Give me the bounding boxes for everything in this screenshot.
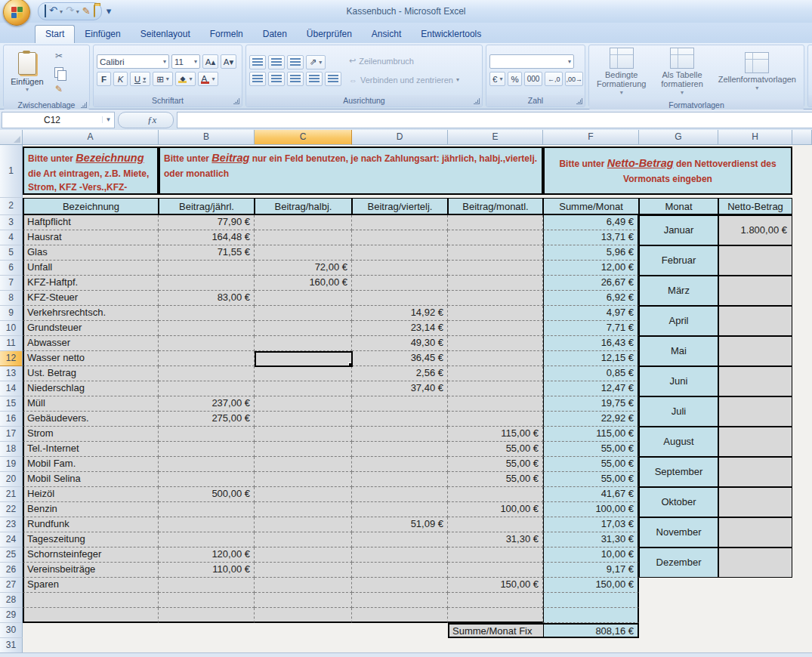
cell-E27[interactable]: 150,00 € bbox=[448, 578, 543, 593]
row-header-14[interactable]: 14 bbox=[0, 381, 23, 396]
table-header-2[interactable]: Beitrag/jährl. bbox=[159, 198, 255, 215]
month-cell-märz[interactable]: März bbox=[639, 276, 718, 306]
cell-F22[interactable]: 100,00 € bbox=[543, 502, 639, 517]
cell-E29[interactable] bbox=[448, 608, 543, 623]
cell-D29[interactable] bbox=[352, 608, 448, 623]
row-header-12[interactable]: 12 bbox=[0, 351, 23, 366]
tab-seitenlayout[interactable]: Seitenlayout bbox=[131, 26, 200, 43]
italic-button[interactable]: K bbox=[113, 72, 128, 86]
cell-C3[interactable] bbox=[255, 215, 352, 230]
cell-A9[interactable]: Verkehrsrechtsch. bbox=[23, 306, 159, 321]
row-header-3[interactable]: 3 bbox=[0, 215, 23, 230]
row-header-24[interactable]: 24 bbox=[0, 532, 23, 548]
accounting-format-button[interactable]: €▾ bbox=[489, 72, 505, 86]
cell-F11[interactable]: 16,43 € bbox=[543, 336, 639, 351]
row-header-6[interactable]: 6 bbox=[0, 261, 23, 276]
comma-style-button[interactable]: 000 bbox=[524, 72, 543, 86]
netto-cell-juli[interactable] bbox=[718, 396, 792, 427]
cell-A20[interactable]: Mobil Selina bbox=[23, 472, 159, 487]
cell-F10[interactable]: 7,71 € bbox=[543, 321, 639, 336]
increase-indent-button[interactable] bbox=[325, 72, 341, 86]
cell-C28[interactable] bbox=[255, 593, 352, 608]
copy-button[interactable] bbox=[51, 65, 67, 80]
align-top-button[interactable] bbox=[249, 55, 266, 69]
row-header-29[interactable]: 29 bbox=[0, 608, 23, 623]
decrease-decimal-button[interactable]: ,00→ bbox=[565, 72, 583, 86]
percent-style-button[interactable]: % bbox=[508, 72, 521, 86]
cell-A17[interactable]: Strom bbox=[23, 427, 159, 442]
cell-F18[interactable]: 55,00 € bbox=[543, 442, 639, 457]
cell-B5[interactable]: 71,55 € bbox=[159, 245, 255, 261]
table-header-8[interactable]: Netto-Betrag bbox=[718, 198, 792, 215]
table-header-5[interactable]: Beitrag/monatl. bbox=[448, 198, 543, 215]
row-header-15[interactable]: 15 bbox=[0, 396, 23, 412]
netto-cell-mai[interactable] bbox=[718, 336, 792, 366]
number-dialog-launcher[interactable] bbox=[576, 98, 582, 104]
row-header-31[interactable]: 31 bbox=[0, 638, 23, 653]
cell-F29[interactable] bbox=[543, 608, 639, 623]
row-header-25[interactable]: 25 bbox=[0, 548, 23, 563]
netto-cell-april[interactable] bbox=[718, 306, 792, 336]
row-header-5[interactable]: 5 bbox=[0, 245, 23, 261]
cell-C20[interactable] bbox=[255, 472, 352, 487]
month-cell-november[interactable]: November bbox=[639, 517, 718, 548]
cell-F15[interactable]: 19,75 € bbox=[543, 396, 639, 412]
cell-D10[interactable]: 23,14 € bbox=[352, 321, 448, 336]
netto-cell-august[interactable] bbox=[718, 427, 792, 457]
cell-F4[interactable]: 13,71 € bbox=[543, 230, 639, 245]
cell-A18[interactable]: Tel.-Internet bbox=[23, 442, 159, 457]
cell-C24[interactable] bbox=[255, 532, 352, 548]
cell-D16[interactable] bbox=[352, 412, 448, 427]
cell-F25[interactable]: 10,00 € bbox=[543, 548, 639, 563]
row-header-4[interactable]: 4 bbox=[0, 230, 23, 245]
cell-F17[interactable]: 115,00 € bbox=[543, 427, 639, 442]
cell-D21[interactable] bbox=[352, 487, 448, 502]
paste-button[interactable]: Einfügen ▾ bbox=[7, 48, 48, 97]
cell-C25[interactable] bbox=[255, 548, 352, 563]
cell-B15[interactable]: 237,00 € bbox=[159, 396, 255, 412]
cell-D6[interactable] bbox=[352, 261, 448, 276]
cell-F6[interactable]: 12,00 € bbox=[543, 261, 639, 276]
table-header-1[interactable]: Bezeichnung bbox=[23, 198, 159, 215]
cell-D24[interactable] bbox=[352, 532, 448, 548]
row-header-21[interactable]: 21 bbox=[0, 487, 23, 502]
row-header-1[interactable]: 1 bbox=[0, 145, 23, 198]
cell-F23[interactable]: 17,03 € bbox=[543, 517, 639, 532]
row-header-26[interactable]: 26 bbox=[0, 563, 23, 578]
cell-D18[interactable] bbox=[352, 442, 448, 457]
cell-B26[interactable]: 110,00 € bbox=[159, 563, 255, 578]
month-cell-dezember[interactable]: Dezember bbox=[639, 548, 718, 578]
cell-A12[interactable]: Wasser netto bbox=[23, 351, 159, 366]
month-cell-januar[interactable]: Januar bbox=[639, 215, 718, 245]
cell-C26[interactable] bbox=[255, 563, 352, 578]
cell-E22[interactable]: 100,00 € bbox=[448, 502, 543, 517]
cell-B7[interactable] bbox=[159, 276, 255, 291]
cell-A8[interactable]: KFZ-Steuer bbox=[23, 291, 159, 306]
column-header-H[interactable]: H bbox=[718, 130, 792, 145]
borders-button[interactable]: ⊞▾ bbox=[153, 72, 173, 86]
cell-A27[interactable]: Sparen bbox=[23, 578, 159, 593]
cell-B19[interactable] bbox=[159, 457, 255, 472]
cell-F9[interactable]: 4,97 € bbox=[543, 306, 639, 321]
cell-A23[interactable]: Rundfunk bbox=[23, 517, 159, 532]
row-header-19[interactable]: 19 bbox=[0, 457, 23, 472]
column-header-A[interactable]: A bbox=[23, 130, 159, 145]
cell-D22[interactable] bbox=[352, 502, 448, 517]
cell-D17[interactable] bbox=[352, 427, 448, 442]
tab-ansicht[interactable]: Ansicht bbox=[362, 26, 411, 43]
cell-A14[interactable]: Niederschlag bbox=[23, 381, 159, 396]
align-bottom-button[interactable] bbox=[287, 55, 304, 69]
cell-D15[interactable] bbox=[352, 396, 448, 412]
tab-start[interactable]: Start bbox=[35, 25, 75, 43]
cell-A5[interactable]: Glas bbox=[23, 245, 159, 261]
align-center-button[interactable] bbox=[268, 72, 285, 86]
cell-D19[interactable] bbox=[352, 457, 448, 472]
cell-F21[interactable]: 41,67 € bbox=[543, 487, 639, 502]
row-header-16[interactable]: 16 bbox=[0, 412, 23, 427]
cell-E12[interactable] bbox=[448, 351, 543, 366]
insert-function-button[interactable]: ƒx bbox=[118, 112, 174, 128]
cell-C27[interactable] bbox=[255, 578, 352, 593]
cell-A7[interactable]: KFZ-Haftpf. bbox=[23, 276, 159, 291]
row-header-10[interactable]: 10 bbox=[0, 321, 23, 336]
cell-A29[interactable] bbox=[23, 608, 159, 623]
